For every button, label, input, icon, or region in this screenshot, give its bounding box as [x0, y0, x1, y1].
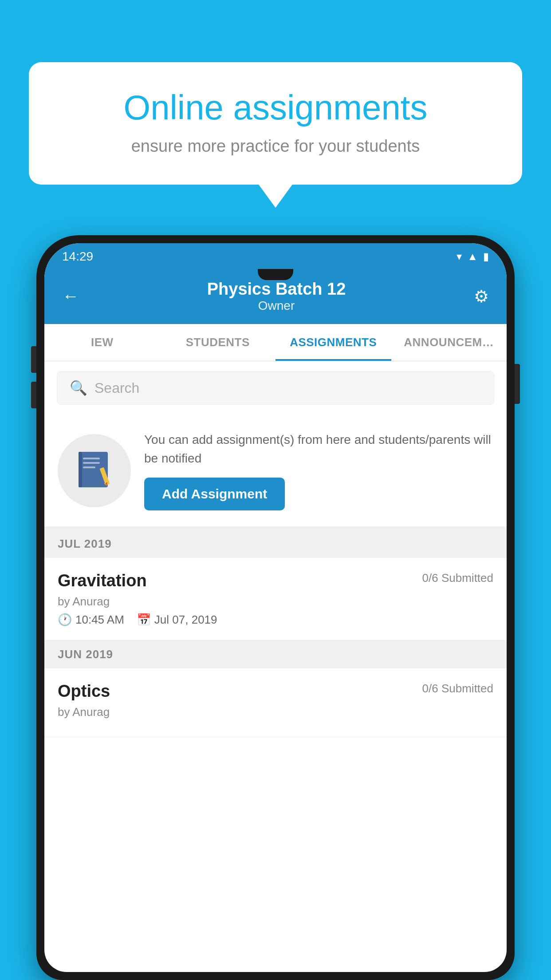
search-placeholder: Search	[94, 380, 139, 396]
phone-screen: 14:29 ▾ ▲ ▮ ← Physics Batch 12 Owner ⚙ I…	[44, 243, 507, 972]
month-separator-jun: JUN 2019	[44, 640, 507, 668]
settings-icon[interactable]: ⚙	[474, 287, 489, 306]
tab-assignments[interactable]: ASSIGNMENTS	[276, 324, 391, 361]
assignment-date: 📅 Jul 07, 2019	[137, 613, 217, 627]
assignment-item-gravitation[interactable]: Gravitation 0/6 Submitted by Anurag 🕐 10…	[44, 558, 507, 640]
assignment-item-header-optics: Optics 0/6 Submitted	[58, 682, 493, 701]
signal-icon: ▲	[467, 250, 478, 263]
volume-up-button[interactable]	[31, 346, 36, 373]
assignment-submitted: 0/6 Submitted	[422, 571, 493, 585]
assignment-time-value: 10:45 AM	[75, 613, 124, 627]
promo-content: You can add assignment(s) from here and …	[144, 431, 493, 510]
search-icon: 🔍	[70, 379, 87, 396]
bubble-title: Online assignments	[60, 89, 491, 127]
promo-icon-circle	[58, 434, 131, 507]
assignment-submitted-optics: 0/6 Submitted	[422, 682, 493, 695]
power-button[interactable]	[515, 364, 520, 404]
assignment-item-optics[interactable]: Optics 0/6 Submitted by Anurag	[44, 668, 507, 737]
assignment-meta: 🕐 10:45 AM 📅 Jul 07, 2019	[58, 613, 493, 627]
tab-iew[interactable]: IEW	[44, 324, 160, 361]
bubble-subtitle: ensure more practice for your students	[60, 137, 491, 156]
svg-rect-2	[83, 458, 100, 459]
status-bar: 14:29 ▾ ▲ ▮	[44, 243, 507, 270]
calendar-icon: 📅	[137, 613, 151, 627]
status-time: 14:29	[62, 249, 93, 264]
svg-rect-4	[83, 466, 95, 468]
search-container: 🔍 Search	[44, 361, 507, 415]
svg-rect-1	[79, 452, 82, 487]
header-title: Physics Batch 12	[207, 280, 346, 299]
header-subtitle: Owner	[207, 299, 346, 313]
status-icons: ▾ ▲ ▮	[457, 250, 489, 263]
header-center: Physics Batch 12 Owner	[207, 280, 346, 313]
phone-frame: 14:29 ▾ ▲ ▮ ← Physics Batch 12 Owner ⚙ I…	[36, 235, 515, 980]
assignment-date-value: Jul 07, 2019	[154, 613, 217, 627]
month-separator-jul: JUL 2019	[44, 530, 507, 558]
tab-students[interactable]: STUDENTS	[160, 324, 276, 361]
assignment-item-header: Gravitation 0/6 Submitted	[58, 571, 493, 590]
notebook-icon	[77, 450, 112, 492]
clock-icon: 🕐	[58, 613, 72, 627]
volume-down-button[interactable]	[31, 382, 36, 408]
promo-text: You can add assignment(s) from here and …	[144, 431, 493, 468]
assignment-time: 🕐 10:45 AM	[58, 613, 124, 627]
battery-icon: ▮	[483, 250, 489, 263]
assignment-name: Gravitation	[58, 571, 147, 590]
back-button[interactable]: ←	[62, 287, 79, 306]
speech-bubble: Online assignments ensure more practice …	[29, 62, 522, 185]
assignment-name-optics: Optics	[58, 682, 110, 701]
speech-bubble-container: Online assignments ensure more practice …	[29, 62, 522, 185]
assignment-by-optics: by Anurag	[58, 705, 493, 719]
add-assignment-button[interactable]: Add Assignment	[144, 478, 285, 510]
tabs-bar: IEW STUDENTS ASSIGNMENTS ANNOUNCEM…	[44, 324, 507, 361]
notch	[258, 269, 293, 280]
svg-rect-3	[83, 462, 100, 464]
assignment-by: by Anurag	[58, 595, 493, 609]
tab-announcements[interactable]: ANNOUNCEM…	[391, 324, 507, 361]
promo-section: You can add assignment(s) from here and …	[44, 415, 507, 530]
wifi-icon: ▾	[457, 250, 462, 263]
search-box[interactable]: 🔍 Search	[57, 371, 494, 405]
